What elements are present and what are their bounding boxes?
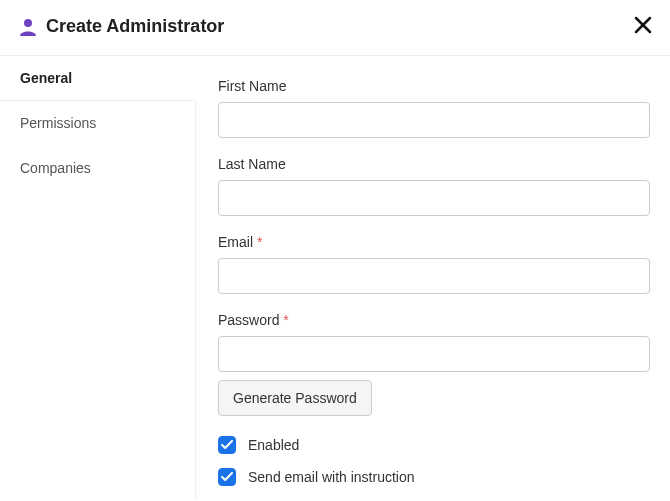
person-icon (20, 18, 36, 36)
email-label: Email * (218, 234, 650, 250)
field-password: Password * Generate Password (218, 312, 650, 416)
dialog-body: General Permissions Companies First Name… (0, 56, 670, 499)
form-general: First Name Last Name Email * Password * … (196, 56, 670, 499)
last-name-input[interactable] (218, 180, 650, 216)
check-icon (221, 472, 233, 482)
tab-permissions[interactable]: Permissions (0, 101, 195, 146)
tab-companies[interactable]: Companies (0, 146, 195, 191)
tabs-list: General Permissions Companies (0, 55, 196, 499)
first-name-input[interactable] (218, 102, 650, 138)
field-first-name: First Name (218, 78, 650, 138)
tab-label: Companies (20, 160, 91, 176)
check-icon (221, 440, 233, 450)
send-email-checkbox[interactable] (218, 468, 236, 486)
password-label: Password * (218, 312, 650, 328)
password-label-text: Password (218, 312, 279, 328)
dialog-header: Create Administrator (0, 0, 670, 56)
generate-password-button[interactable]: Generate Password (218, 380, 372, 416)
field-email: Email * (218, 234, 650, 294)
required-mark: * (257, 234, 262, 250)
email-label-text: Email (218, 234, 253, 250)
field-last-name: Last Name (218, 156, 650, 216)
tab-label: Permissions (20, 115, 96, 131)
required-mark: * (283, 312, 288, 328)
email-input[interactable] (218, 258, 650, 294)
checkbox-send-email-row: Send email with instruction (218, 468, 650, 486)
tab-label: General (20, 70, 72, 86)
checkbox-enabled-row: Enabled (218, 436, 650, 454)
send-email-label: Send email with instruction (248, 469, 415, 485)
close-icon[interactable] (634, 14, 652, 38)
password-input[interactable] (218, 336, 650, 372)
dialog-title: Create Administrator (46, 16, 224, 37)
svg-point-0 (24, 19, 32, 27)
last-name-label: Last Name (218, 156, 650, 172)
button-label: Generate Password (233, 390, 357, 406)
first-name-label: First Name (218, 78, 650, 94)
enabled-label: Enabled (248, 437, 299, 453)
tab-general[interactable]: General (0, 55, 196, 101)
enabled-checkbox[interactable] (218, 436, 236, 454)
